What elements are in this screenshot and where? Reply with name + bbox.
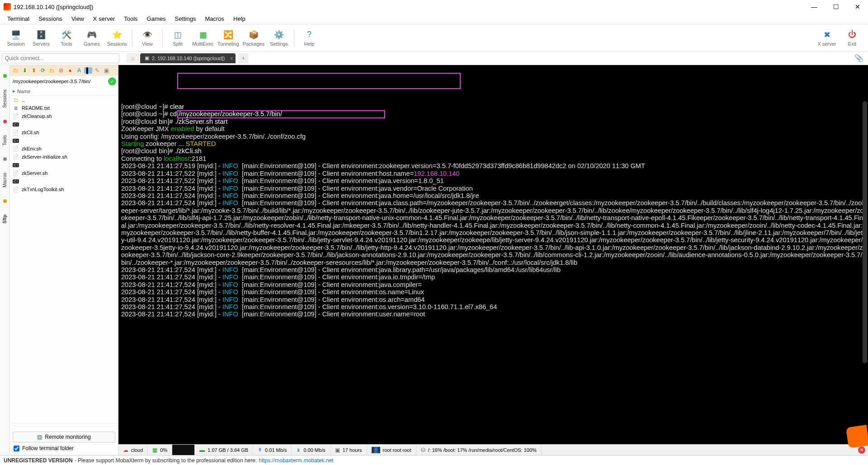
footer: UNREGISTERED VERSION - Please support Mo… xyxy=(0,455,868,465)
menu-tools[interactable]: Tools xyxy=(120,14,141,23)
terminal-scrollbar[interactable] xyxy=(863,101,867,363)
download-icon[interactable]: ⬇ xyxy=(21,67,29,74)
session-icon: 🖥️ xyxy=(10,29,21,40)
status-graph xyxy=(172,445,195,455)
toolbar-packages[interactable]: 📦Packages xyxy=(241,29,266,47)
ok-icon: ✓ xyxy=(108,77,116,85)
newfolder-icon[interactable]: 🗀 xyxy=(48,67,56,74)
terminal-output[interactable]: [root@cloud ~]# clear[root@cloud ~]# cd … xyxy=(118,65,868,444)
folder-icon[interactable]: 🗀 xyxy=(12,67,20,74)
menu-games[interactable]: Games xyxy=(143,14,170,23)
help-icon: ? xyxy=(304,29,315,40)
toolbar-exit[interactable]: ⏻Exit xyxy=(840,29,864,47)
follow-checkbox-input[interactable] xyxy=(14,446,19,451)
file-item[interactable]: 📄zkCleanup.sh xyxy=(10,112,118,120)
sftp-file-list: 🗀..🗎README.txt📄zkCleanup.shC:\zkCli.cmd📄… xyxy=(10,96,118,423)
file-item[interactable]: 📄zkServer-initialize.sh xyxy=(10,153,118,161)
session-tab[interactable]: ▣ 2. 192.168.10.140 ([springcloud]) × xyxy=(140,53,236,63)
sidetab-tools[interactable]: Tools xyxy=(1,132,8,148)
footer-link[interactable]: https://mobaxterm.mobatek.net xyxy=(259,457,333,464)
remote-monitoring-label: Remote monitoring xyxy=(45,434,90,440)
toolbar-games[interactable]: 🎮Games xyxy=(80,29,104,47)
statusbar-close-icon[interactable]: ✕ xyxy=(858,446,865,454)
x server-icon: ✖ xyxy=(821,29,832,40)
sftp-panel: 🗀 ⬇ ⬆ ⟳ 🗀 ⊘ ● A ▌ ✎ ▣ ✓ ▸ Name 🗀..🗎READM… xyxy=(10,65,118,455)
file-item[interactable]: 📄zkServer.sh xyxy=(10,169,118,177)
quick-connect-input[interactable] xyxy=(2,53,119,63)
file-item[interactable]: C:\zkCli.cmd xyxy=(10,120,118,128)
bullet-icon xyxy=(3,157,7,161)
menu-help[interactable]: Help xyxy=(230,14,249,23)
menu-x-server[interactable]: X server xyxy=(90,14,118,23)
file-item[interactable]: 🗀.. xyxy=(10,96,118,104)
bullet-icon xyxy=(3,74,7,78)
toolbar-tunneling[interactable]: 🔀Tunneling xyxy=(216,29,241,47)
toolbar-help[interactable]: ?Help xyxy=(297,29,321,47)
terminal-icon[interactable]: ▣ xyxy=(102,67,110,74)
remote-monitoring-button[interactable]: ▧ Remote monitoring xyxy=(13,432,115,442)
toolbar-x server[interactable]: ✖X server xyxy=(815,29,839,47)
toolbar-view[interactable]: 👁️View xyxy=(135,29,160,47)
new-tab-button[interactable]: + xyxy=(238,53,248,63)
file-item[interactable]: 📄zkEnv.sh xyxy=(10,145,118,153)
sidetab-macros[interactable]: Macros xyxy=(1,170,8,190)
toggle-icon[interactable]: ▌ xyxy=(84,67,92,74)
menu-sessions[interactable]: Sessions xyxy=(35,14,66,23)
follow-terminal-checkbox[interactable]: Follow terminal folder xyxy=(13,444,115,452)
menu-view[interactable]: View xyxy=(68,14,88,23)
file-item[interactable]: C:\zkTxnLogToolkit.cmd xyxy=(10,177,118,185)
refresh-icon[interactable]: ⟳ xyxy=(39,67,47,74)
status-host: ☁cloud xyxy=(118,445,148,455)
menu-settings[interactable]: Settings xyxy=(171,14,200,23)
sidetab-sessions[interactable]: Sessions xyxy=(1,87,8,111)
minimize-button[interactable]: ― xyxy=(807,3,821,10)
toolbar-settings[interactable]: ⚙️Settings xyxy=(267,29,291,47)
window-title: 192.168.10.140 ([springcloud]) xyxy=(14,4,807,10)
packages-icon: 📦 xyxy=(248,29,259,40)
titlebar: 192.168.10.140 ([springcloud]) ― ☐ ✕ xyxy=(0,0,868,14)
delete-icon[interactable]: ⊘ xyxy=(57,67,65,74)
status-upload: ↟0.01 Mb/s xyxy=(253,445,292,455)
status-user: 👤root root root xyxy=(367,445,416,455)
close-button[interactable]: ✕ xyxy=(851,3,864,10)
monitor-icon: ▧ xyxy=(37,434,42,440)
menu-macros[interactable]: Macros xyxy=(201,14,228,23)
sftp-path-input[interactable] xyxy=(10,79,108,84)
file-item[interactable]: C:\zkServer.cmd xyxy=(10,161,118,169)
upload-icon[interactable]: ⬆ xyxy=(30,67,38,74)
sidetab-sftp[interactable]: Sftp xyxy=(1,212,8,226)
file-item[interactable]: 📄zkTxnLogToolkit.sh xyxy=(10,185,118,193)
cmd-icon: C:\ xyxy=(13,122,19,127)
toolbar-servers[interactable]: 🗄️Servers xyxy=(29,29,53,47)
toolbar-session[interactable]: 🖥️Session xyxy=(4,29,28,47)
sh-icon: 📄 xyxy=(13,113,19,119)
toolbar-split[interactable]: ◫Split xyxy=(165,29,190,47)
menu-terminal[interactable]: Terminal xyxy=(4,14,33,23)
toolbar-multiexec[interactable]: ▦MultiExec xyxy=(191,29,215,47)
servers-icon: 🗄️ xyxy=(36,29,47,40)
status-disks: ⛁/: 16% /boot: 17% /run/media/root/CentO… xyxy=(416,445,542,455)
rename-icon[interactable]: A xyxy=(75,67,83,74)
maximize-button[interactable]: ☐ xyxy=(829,3,843,10)
attach-icon[interactable]: 📎 xyxy=(854,54,863,62)
close-tab-icon[interactable]: × xyxy=(230,56,233,61)
unregistered-label: UNREGISTERED VERSION xyxy=(4,457,73,464)
watermark-badge xyxy=(846,425,868,448)
newfile-icon[interactable]: ● xyxy=(66,67,74,74)
terminal-icon: ▣ xyxy=(145,55,149,61)
file-item[interactable]: 🗎README.txt xyxy=(10,104,118,112)
file-item[interactable]: 📄zkCli.sh xyxy=(10,128,118,136)
split-icon: ◫ xyxy=(172,29,183,40)
bullet-icon xyxy=(3,199,7,203)
tab-strip: ⌂ ▣ 2. 192.168.10.140 ([springcloud]) × … xyxy=(121,53,853,63)
edit-icon[interactable]: ✎ xyxy=(93,67,101,74)
sessions-icon: ⭐ xyxy=(112,29,123,40)
toolbar-tools[interactable]: 🛠️Tools xyxy=(54,29,79,47)
file-item[interactable]: C:\zkEnv.cmd xyxy=(10,136,118,145)
sftp-header[interactable]: ▸ Name xyxy=(10,87,118,96)
home-tab[interactable]: ⌂ xyxy=(127,53,139,63)
side-tabs: Sessions Tools Macros Sftp xyxy=(0,65,10,455)
multiexec-icon: ▦ xyxy=(198,29,208,40)
cmd-icon: C:\ xyxy=(13,163,19,167)
toolbar-sessions[interactable]: ⭐Sessions xyxy=(105,29,129,47)
